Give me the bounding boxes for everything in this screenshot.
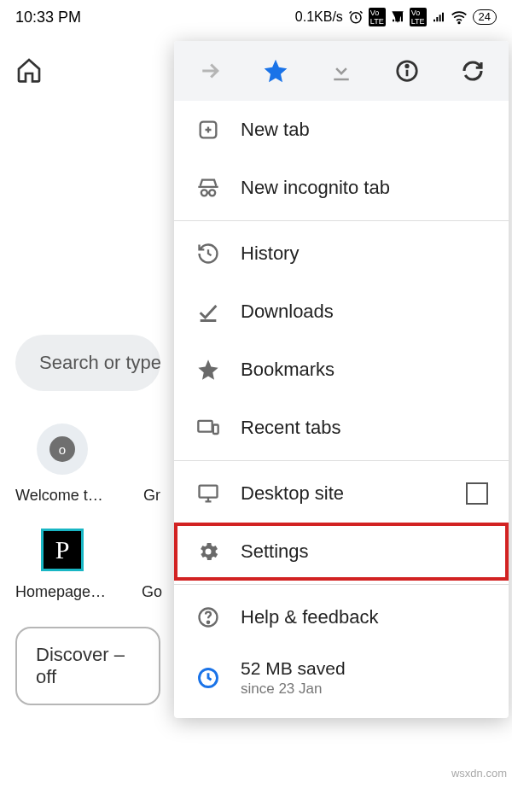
gear-icon [195, 538, 222, 565]
svg-point-1 [458, 22, 460, 24]
menu-bookmarks[interactable]: Bookmarks [174, 341, 509, 399]
new-tab-icon [195, 116, 222, 143]
downloads-check-icon [195, 298, 222, 325]
data-saved-line2: since 23 Jan [241, 681, 346, 698]
shortcut-label: Homepage … [15, 583, 109, 601]
search-input[interactable]: Search or type [15, 335, 160, 391]
incognito-icon [195, 174, 222, 202]
data-saved-line1: 52 MB saved [241, 658, 346, 679]
menu-downloads[interactable]: Downloads [174, 283, 509, 341]
discover-label: Discover – off [36, 644, 125, 687]
shortcut-gr[interactable]: Gr [135, 424, 169, 505]
shortcut-welcome[interactable]: o Welcome to… [15, 424, 109, 505]
alarm-icon [348, 9, 364, 25]
svg-point-7 [209, 190, 215, 196]
menu-iconbar [174, 41, 509, 101]
watermark: wsxdn.com [451, 767, 507, 780]
signal2-icon [432, 10, 445, 24]
discover-toggle[interactable]: Discover – off [15, 627, 160, 705]
menu-incognito[interactable]: New incognito tab [174, 159, 509, 217]
history-icon [195, 240, 222, 267]
svg-rect-9 [213, 425, 218, 435]
battery-pill: 24 [473, 9, 497, 25]
svg-point-12 [207, 622, 209, 623]
menu-label: New incognito tab [241, 177, 390, 199]
search-placeholder: Search or type [39, 352, 160, 373]
p-tile-icon: P [41, 529, 84, 571]
volte1-icon: VoLTE [369, 8, 386, 26]
menu-label: Desktop site [241, 482, 344, 505]
menu-divider [174, 460, 509, 461]
volte2-icon: VoLTE [410, 8, 427, 26]
bookmarks-icon [195, 356, 222, 383]
shortcut-label: Go [142, 583, 162, 601]
menu-data-saved[interactable]: 52 MB saved since 23 Jan [174, 646, 509, 710]
status-time: 10:33 PM [15, 9, 81, 26]
info-icon[interactable] [392, 55, 422, 86]
desktop-icon [195, 480, 222, 507]
desktop-site-checkbox[interactable] [466, 482, 488, 505]
shortcut-homepage[interactable]: P Homepage … [15, 529, 109, 601]
signal1-icon [391, 10, 404, 24]
reload-icon[interactable] [457, 55, 488, 86]
menu-label: New tab [241, 119, 310, 141]
menu-history[interactable]: History [174, 225, 509, 283]
bookmark-star-icon[interactable] [260, 55, 291, 86]
menu-label: Help & feedback [241, 606, 378, 628]
help-icon [195, 604, 222, 631]
recent-tabs-icon [195, 414, 222, 441]
forward-icon[interactable] [195, 55, 225, 86]
data-saver-icon [195, 664, 222, 692]
svg-point-4 [406, 65, 409, 67]
svg-rect-8 [198, 421, 212, 432]
menu-divider [174, 220, 509, 221]
data-saved-text: 52 MB saved since 23 Jan [241, 658, 346, 698]
menu-new-tab[interactable]: New tab [174, 101, 509, 159]
menu-label: Downloads [241, 301, 334, 323]
download-icon[interactable] [326, 55, 357, 86]
menu-desktop-site[interactable]: Desktop site [174, 464, 509, 523]
shortcut-avatar: o [37, 424, 88, 475]
svg-point-6 [201, 190, 207, 196]
wifi-icon [451, 9, 468, 26]
menu-divider [174, 584, 509, 585]
status-right: 0.1KB/s VoLTE VoLTE 24 [295, 8, 497, 26]
shortcut-label: Gr [143, 487, 160, 505]
menu-recent-tabs[interactable]: Recent tabs [174, 399, 509, 457]
menu-help[interactable]: Help & feedback [174, 588, 509, 646]
menu-label: Settings [241, 540, 309, 563]
status-bar: 10:33 PM 0.1KB/s VoLTE VoLTE 24 [0, 0, 512, 34]
menu-label: Recent tabs [241, 417, 340, 439]
overflow-menu: New tab New incognito tab History Downlo… [174, 41, 509, 718]
shortcut-label: Welcome to… [15, 487, 109, 505]
menu-settings[interactable]: Settings [174, 523, 509, 581]
menu-label: Bookmarks [241, 359, 335, 381]
shortcut-go[interactable]: Go [135, 529, 169, 601]
net-rate: 0.1KB/s [295, 9, 343, 25]
home-icon[interactable] [15, 56, 43, 84]
svg-rect-10 [200, 486, 218, 498]
menu-label: History [241, 242, 299, 265]
